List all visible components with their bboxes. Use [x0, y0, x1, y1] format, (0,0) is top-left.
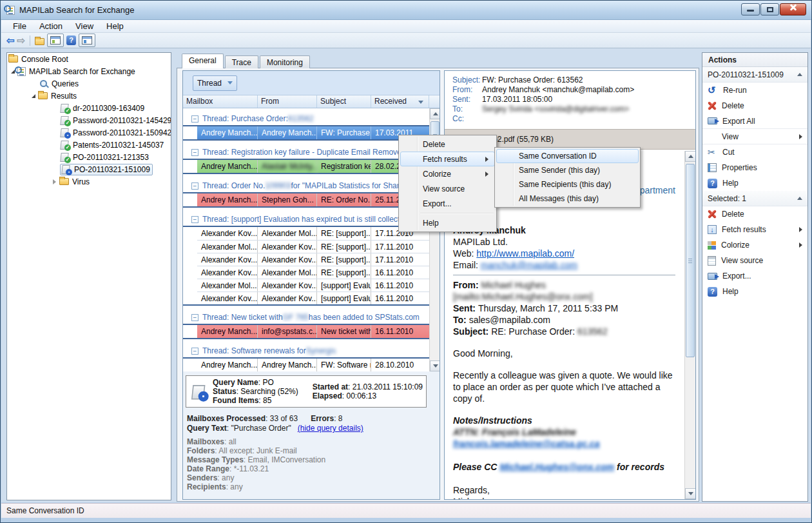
message-row[interactable]: Alexander Kov...Alexander Kov...[support…	[197, 291, 429, 304]
action-view-source[interactable]: View source	[702, 253, 807, 268]
menu-item-same-sender-this-day-[interactable]: Same Sender (this day)	[496, 163, 639, 177]
scroll-up-button[interactable]	[430, 108, 440, 119]
tree-item-label: Results	[51, 92, 77, 101]
collapse-thread-icon[interactable]: −	[191, 216, 198, 223]
email-body-text-redacted[interactable]: manchuk@mapilab.com	[481, 260, 577, 270]
menu-file[interactable]: File	[8, 20, 34, 32]
action-cut[interactable]: Cut	[702, 144, 807, 160]
action-export-[interactable]: Export...	[702, 268, 807, 284]
message-row[interactable]: Alexander Kov...Alexander Mol...RE: [sup…	[197, 227, 429, 240]
column-header-from[interactable]: From	[258, 95, 317, 108]
actions-group-header[interactable]: PO-20110321-151009	[702, 67, 807, 83]
cell-received: 17.11.2010	[371, 241, 425, 253]
scroll-down-button[interactable]	[430, 360, 440, 371]
close-button[interactable]	[780, 3, 806, 15]
new-window-button[interactable]	[79, 34, 95, 47]
message-row[interactable]: Alexander Mol...Alexander Kov...[support…	[197, 279, 429, 291]
scroll-down-button[interactable]	[685, 488, 696, 499]
cell-from: Alexander Kov...	[258, 279, 317, 291]
message-row[interactable]: Andrey Manch...Andrey Manch...FW: Purcha…	[197, 126, 429, 139]
action-properties[interactable]: Properties	[702, 160, 807, 175]
help-icon[interactable]	[66, 35, 76, 45]
collapse-thread-icon[interactable]: −	[191, 348, 198, 355]
email-scrollbar[interactable]	[684, 151, 695, 499]
action-delete[interactable]: Delete	[702, 98, 807, 113]
tree-item-virus[interactable]: Virus	[7, 175, 171, 188]
message-row[interactable]: Andrey Manch...Andrey Manch...FW: Softwa…	[197, 359, 429, 371]
tree-item-patents-20110321-145037[interactable]: Patents-20110321-145037	[7, 139, 171, 151]
column-header-subject[interactable]: Subject	[317, 95, 371, 108]
message-row[interactable]: Andrey Manch...Alastair McInty...Registr…	[197, 160, 429, 173]
email-body-text[interactable]: http://www.mapilab.com/	[476, 248, 574, 259]
email-body-text-redacted[interactable]: Michael.Hughes@onx.com	[499, 462, 614, 472]
scrollbar-thumb[interactable]	[686, 164, 695, 357]
actions-group-header[interactable]: Selected: 1	[702, 191, 807, 206]
action-help[interactable]: Help	[702, 284, 807, 299]
tree-item-po-20110321-121353[interactable]: PO-20110321-121353	[7, 151, 171, 163]
menu-item-delete[interactable]: Delete	[400, 137, 495, 152]
menu-item-help[interactable]: Help	[400, 215, 495, 230]
cell-from: Andrey Manch...	[258, 359, 317, 371]
collapse-thread-icon[interactable]: −	[191, 115, 198, 123]
menu-item-all-messages-this-day-[interactable]: All Messages (this day)	[496, 192, 639, 206]
action-delete[interactable]: Delete	[702, 206, 807, 222]
thread-group-header[interactable]: −Thread: Registration key failure - Dupl…	[183, 146, 429, 159]
restore-button[interactable]	[760, 3, 779, 15]
action-label: Export...	[722, 271, 751, 281]
tree-item-password-20110321-150942[interactable]: Password-20110321-150942	[7, 126, 171, 139]
collapse-thread-icon[interactable]: −	[191, 314, 198, 321]
expand-icon[interactable]	[53, 179, 56, 184]
column-header-received[interactable]: Received	[371, 95, 429, 108]
email-body-text-redacted[interactable]: francois.lamadeleine@catsa.gc.ca	[453, 439, 600, 449]
show-console-tree-button[interactable]	[47, 34, 64, 47]
message-row[interactable]: Alexander Mol...Alexander Kov...RE: [sup…	[197, 240, 429, 253]
menu-item-same-conversation-id[interactable]: Same Conversation ID	[496, 149, 639, 163]
action-help[interactable]: Help	[702, 175, 807, 191]
forward-icon[interactable]: ⇨	[17, 35, 26, 46]
menu-item-view-source[interactable]: View source	[400, 181, 495, 196]
hide-query-details-link[interactable]: (hide query details)	[298, 424, 363, 433]
back-icon[interactable]: ⇦	[6, 35, 15, 46]
action-re-run[interactable]: Re-run	[702, 83, 807, 98]
message-row[interactable]: Alexander Kov...Alexander Kov...RE: [sup…	[197, 253, 429, 266]
group-by-dropdown[interactable]: Thread	[193, 75, 237, 91]
tab-general[interactable]: General	[182, 54, 224, 68]
query-param-key: Mailboxes	[187, 437, 224, 446]
menu-view[interactable]: View	[70, 20, 101, 32]
thread-group-header[interactable]: −Thread: New ticket with GF 765 has been…	[183, 311, 429, 324]
thread-group-header[interactable]: −Thread: Order No. 109903 for "MAPILab S…	[183, 179, 429, 192]
collapse-icon[interactable]	[32, 94, 35, 98]
message-row[interactable]: Andrey Manch...info@spstats.c...New tick…	[197, 325, 429, 338]
menu-action[interactable]: Action	[34, 20, 70, 32]
collapse-thread-icon[interactable]: −	[191, 183, 198, 190]
tree-item-po-20110321-151009[interactable]: PO-20110321-151009	[7, 163, 171, 175]
menu-item-export-[interactable]: Export...	[400, 196, 495, 211]
tree-item-console-root[interactable]: Console Root	[7, 53, 171, 65]
action-colorize[interactable]: Colorize	[702, 237, 807, 253]
message-row[interactable]: Alexander Kov...Alexander Mol...RE: [sup…	[197, 266, 429, 279]
export-list-icon[interactable]	[35, 38, 44, 45]
column-header-mailbox[interactable]: Mailbox	[183, 95, 258, 108]
tree-item-password-20110321-145429[interactable]: Password-20110321-145429	[7, 114, 171, 126]
thread-group-header[interactable]: −Thread: Software renewals for Synergis	[183, 344, 429, 357]
action-view[interactable]: View	[702, 129, 807, 144]
tree-item-mapilab-search-for-exchange[interactable]: MAPILab Search for Exchange	[7, 65, 171, 77]
tab-monitoring[interactable]: Monitoring	[260, 55, 310, 68]
tree-item-dr-20110309-163409[interactable]: dr-20110309-163409	[7, 102, 171, 114]
message-row[interactable]: Andrey Manch...Stephen Goh...RE: Order N…	[197, 193, 429, 206]
action-fetch-results[interactable]: Fetch results	[702, 222, 807, 237]
thread-group-header[interactable]: −Thread: [support] Evaluation has expire…	[183, 213, 429, 226]
tree-item-queries[interactable]: Queries	[7, 77, 171, 90]
action-export-all[interactable]: Export All	[702, 113, 807, 129]
minimize-button[interactable]	[741, 3, 760, 15]
menu-item-fetch-results[interactable]: Fetch results	[400, 152, 495, 166]
menu-item-same-recipients-this-day-[interactable]: Same Recipients (this day)	[496, 177, 639, 192]
elapsed-label: Elapsed	[313, 391, 342, 400]
menu-item-colorize[interactable]: Colorize	[400, 166, 495, 181]
collapse-thread-icon[interactable]: −	[191, 149, 198, 156]
scroll-up-button[interactable]	[685, 151, 696, 162]
tab-trace[interactable]: Trace	[225, 55, 258, 68]
menu-help[interactable]: Help	[101, 20, 131, 32]
tree-item-results[interactable]: Results	[7, 90, 171, 102]
thread-group-header[interactable]: −Thread: Purchase Order: 613562	[183, 112, 429, 125]
